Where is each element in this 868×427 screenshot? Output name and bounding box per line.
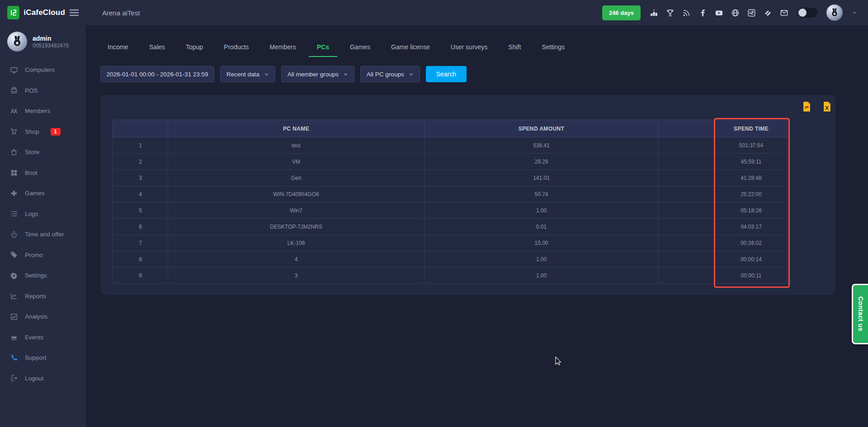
tab-game-license[interactable]: Game license	[383, 39, 438, 57]
sidebar-item-computers[interactable]: Computers	[0, 60, 86, 80]
sidebar-item-label: Members	[25, 108, 50, 114]
icafecloud-mark-icon[interactable]	[747, 9, 756, 17]
sidebar-menu: ComputersPOSMembersShop1StoreBootGamesLo…	[0, 57, 86, 389]
sidebar-item-members[interactable]: Members	[0, 101, 86, 122]
tab-user-surveys[interactable]: User surveys	[443, 39, 496, 57]
sidebar-item-label: Support	[25, 354, 46, 361]
cell-spend_time: 45:59:11	[715, 154, 788, 170]
data-select[interactable]: Recent data	[220, 66, 275, 82]
user-id: 005193482475	[33, 42, 69, 49]
ranking-icon[interactable]	[650, 9, 658, 17]
search-button[interactable]: Search	[426, 66, 467, 82]
table-row: 3Geri141.0141:28:48	[113, 170, 788, 186]
sidebar-item-store[interactable]: Store	[0, 142, 86, 163]
phone-icon	[10, 354, 18, 362]
cell-index: 9	[113, 267, 168, 284]
table-row: 931.0000:00:11	[113, 267, 788, 284]
stripes-icon[interactable]	[764, 9, 772, 17]
brand-area: iCafeCloud	[0, 0, 86, 25]
tab-income[interactable]: Income	[99, 39, 137, 57]
sidebar-item-time-and-offer[interactable]: Time and offer	[0, 224, 86, 245]
sidebar-item-reports[interactable]: Reports	[0, 286, 86, 307]
sidebar-item-pos[interactable]: POS	[0, 80, 86, 101]
youtube-icon[interactable]	[715, 9, 723, 17]
date-range-input[interactable]: 2026-01-01 00:00 - 2026-01-31 23:59	[100, 66, 214, 82]
column-header-spend_time: SPEND TIME	[715, 120, 788, 137]
cell-index: 1	[113, 137, 168, 154]
bag-icon	[10, 148, 18, 156]
table-row: 7LK-10615.0000:26:02	[113, 235, 788, 251]
cell-spacer	[659, 137, 715, 154]
hamburger-menu-icon[interactable]	[69, 9, 79, 16]
cell-index: 8	[113, 251, 168, 267]
tab-sales[interactable]: Sales	[141, 39, 173, 57]
cell-spend_amount: 15.00	[425, 235, 659, 251]
tab-products[interactable]: Products	[216, 39, 257, 57]
cell-pc_name: Geri	[168, 170, 425, 186]
tab-members[interactable]: Members	[261, 39, 304, 57]
sidebar-item-label: Games	[25, 190, 45, 197]
cart-icon	[10, 127, 18, 136]
pc-group-select[interactable]: All PC groups	[360, 66, 420, 82]
tab-games[interactable]: Games	[342, 39, 378, 57]
cell-pc_name: VM	[168, 154, 425, 170]
facebook-icon[interactable]	[698, 9, 707, 17]
export-excel-icon[interactable]	[822, 101, 832, 112]
medal-icon	[11, 35, 24, 48]
table-row: 841.0000:00:14	[113, 251, 788, 267]
subscription-days-badge[interactable]: 246 days	[602, 5, 641, 20]
topbar-icon-strip	[650, 9, 788, 17]
sidebar-item-shop[interactable]: Shop1	[0, 122, 86, 142]
table-header-row: PC NAMESPEND AMOUNTSPEND TIME	[113, 120, 788, 137]
cell-spend_amount: 29.29	[425, 154, 659, 170]
cell-index: 6	[113, 219, 168, 235]
sidebar-item-logs[interactable]: Logs	[0, 204, 86, 225]
sidebar-item-boot[interactable]: Boot	[0, 163, 86, 183]
sidebar-item-logout[interactable]: Logout	[0, 368, 86, 389]
cell-spend_time: 05:18:26	[715, 202, 788, 219]
trophy-icon[interactable]	[666, 9, 675, 17]
mail-icon[interactable]	[780, 9, 788, 17]
cell-spacer	[659, 170, 715, 186]
sidebar-item-settings[interactable]: Settings	[0, 265, 86, 286]
member-group-select[interactable]: All member groups	[281, 66, 354, 82]
tab-settings[interactable]: Settings	[533, 39, 573, 57]
report-panel: PC NAMESPEND AMOUNTSPEND TIME 1test538.4…	[100, 95, 835, 295]
user-profile[interactable]: admin 005193482475	[0, 25, 86, 57]
logout-icon	[10, 374, 18, 382]
sidebar-item-promo[interactable]: Promo	[0, 245, 86, 266]
tag-icon	[10, 251, 18, 259]
sidebar-item-games[interactable]: Games	[0, 183, 86, 204]
cell-index: 7	[113, 235, 168, 251]
chevron-down-icon[interactable]	[852, 10, 857, 15]
avatar[interactable]	[826, 5, 843, 21]
chevron-down-icon	[343, 72, 348, 77]
toggle-knob	[798, 9, 807, 17]
data-select-value: Recent data	[226, 71, 259, 78]
table-row: 1test538.41501:37:54	[113, 137, 788, 154]
rss-icon[interactable]	[682, 9, 691, 17]
tab-shift[interactable]: Shift	[500, 39, 529, 57]
cell-index: 4	[113, 186, 168, 202]
sidebar-item-analysis[interactable]: Analysis	[0, 306, 86, 327]
sidebar-item-label: Logout	[25, 375, 43, 382]
theme-toggle[interactable]	[797, 8, 817, 18]
cell-spend_amount: 538.41	[425, 137, 659, 154]
sidebar-item-label: Events	[25, 334, 43, 341]
sidebar-item-support[interactable]: Support	[0, 347, 86, 368]
table-row: 6DESKTOP-7JM2NRS0.0104:03:17	[113, 219, 788, 235]
globe-icon[interactable]	[731, 9, 740, 17]
cell-pc_name: Win7	[168, 202, 425, 219]
topbar-right: 246 days	[602, 5, 868, 21]
sidebar-item-label: Boot	[25, 169, 38, 176]
cell-pc_name: test	[168, 137, 425, 154]
sidebar-item-events[interactable]: Events	[0, 327, 86, 348]
table-row: 2VM29.2945:59:11	[113, 154, 788, 170]
contact-us-button[interactable]: Contact us	[852, 284, 868, 344]
tab-topup[interactable]: Topup	[178, 39, 211, 57]
member-group-select-value: All member groups	[288, 71, 339, 78]
tab-pcs[interactable]: PCs	[309, 39, 337, 57]
cell-spacer	[659, 219, 715, 235]
export-pdf-icon[interactable]	[802, 101, 811, 112]
cell-spacer	[659, 186, 715, 202]
